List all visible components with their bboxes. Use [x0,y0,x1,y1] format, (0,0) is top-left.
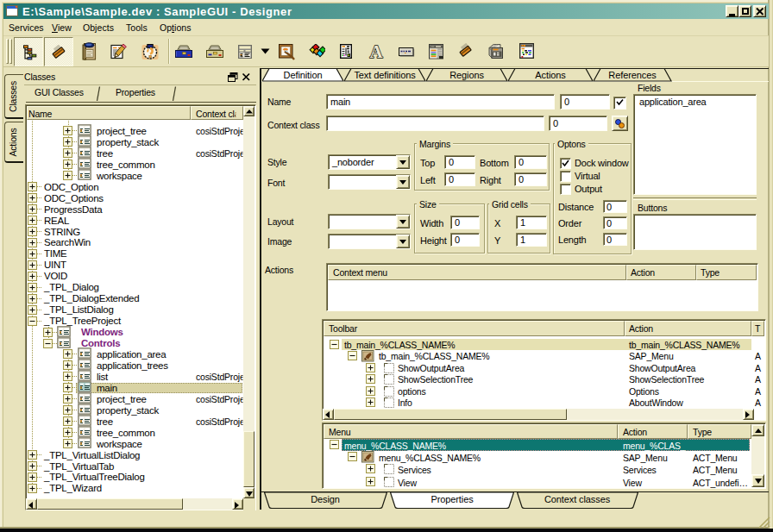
svg-text:A: A [369,42,383,59]
